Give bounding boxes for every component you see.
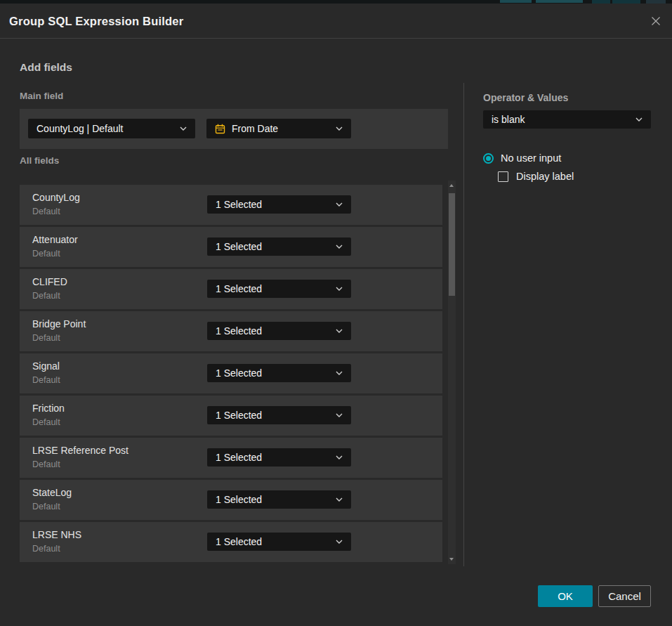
list-scrollbar[interactable] [448, 181, 456, 564]
selected-count: 1 Selected [216, 241, 262, 252]
chevron-down-icon [336, 126, 343, 131]
field-selected-dropdown[interactable]: 1 Selected [207, 490, 351, 509]
field-row: Bridge Point Default 1 Selected [20, 311, 442, 351]
field-selected-dropdown[interactable]: 1 Selected [207, 322, 351, 340]
field-name: StateLog [32, 487, 72, 498]
radio-label: No user input [501, 152, 561, 164]
chevron-down-icon [336, 287, 343, 291]
field-subtitle: Default [32, 544, 60, 554]
chevron-down-icon [180, 126, 187, 131]
all-fields-list: CountyLog Default 1 Selected Attenuator … [20, 185, 442, 564]
chevron-down-icon [336, 244, 343, 249]
group-sql-expression-builder-dialog: Group SQL Expression Builder Add fields … [0, 4, 672, 626]
field-row: LRSE NHS Default 1 Selected [20, 522, 442, 562]
field-subtitle: Default [32, 502, 60, 511]
calendar-icon [215, 124, 225, 134]
screen: Group SQL Expression Builder Add fields … [0, 0, 672, 626]
dialog-header: Group SQL Expression Builder [0, 4, 672, 39]
ok-button[interactable]: OK [538, 585, 593, 607]
field-selected-dropdown[interactable]: 1 Selected [207, 448, 351, 467]
field-row: Signal Default 1 Selected [20, 353, 442, 393]
chevron-down-icon [336, 371, 343, 375]
field-name: LRSE Reference Post [32, 445, 129, 456]
scrollbar-up-arrow-icon[interactable] [449, 184, 454, 187]
field-subtitle: Default [32, 291, 60, 301]
field-row: Friction Default 1 Selected [20, 396, 442, 436]
chevron-down-icon [336, 413, 343, 417]
field-subtitle: Default [32, 459, 60, 469]
field-row: CLIFED Default 1 Selected [20, 269, 442, 309]
field-select-value: From Date [232, 123, 278, 134]
checkbox-label: Display label [516, 171, 574, 182]
field-name: Signal [32, 360, 60, 372]
operator-select[interactable]: is blank [483, 110, 651, 129]
checkbox-unchecked-icon [498, 171, 508, 182]
field-subtitle: Default [32, 417, 60, 427]
field-name: LRSE NHS [32, 529, 81, 540]
field-subtitle: Default [32, 249, 60, 259]
field-subtitle: Default [32, 375, 60, 385]
field-subtitle: Default [32, 207, 60, 216]
scrollbar-thumb[interactable] [449, 193, 455, 296]
selected-count: 1 Selected [216, 367, 262, 379]
main-field-field-select[interactable]: From Date [206, 119, 351, 138]
chevron-down-icon [635, 117, 643, 122]
field-selected-dropdown[interactable]: 1 Selected [207, 533, 351, 551]
backdrop-fragment [500, 0, 532, 3]
dialog-title: Group SQL Expression Builder [9, 4, 183, 39]
main-field-label: Main field [20, 91, 63, 101]
field-selected-dropdown[interactable]: 1 Selected [207, 237, 351, 256]
field-name: Friction [32, 403, 65, 414]
display-label-checkbox[interactable]: Display label [498, 171, 574, 182]
layer-select-value: CountyLog | Default [37, 123, 124, 134]
field-name: Bridge Point [32, 318, 86, 330]
selected-count: 1 Selected [216, 536, 262, 547]
field-name: CLIFED [32, 276, 67, 287]
selected-count: 1 Selected [216, 283, 262, 294]
scrollbar-down-arrow-icon[interactable] [449, 558, 454, 561]
close-icon[interactable] [649, 14, 663, 28]
field-name: Attenuator [32, 234, 78, 245]
chevron-down-icon [336, 540, 343, 544]
backdrop-fragment [536, 0, 583, 3]
field-row: StateLog Default 1 Selected [20, 480, 442, 520]
selected-count: 1 Selected [216, 325, 262, 337]
chevron-down-icon [336, 497, 343, 502]
all-fields-label: All fields [20, 155, 59, 166]
cancel-button[interactable]: Cancel [598, 585, 651, 607]
section-heading-add-fields: Add fields [20, 61, 72, 74]
selected-count: 1 Selected [216, 494, 262, 505]
operator-values-label: Operator & Values [483, 92, 568, 103]
no-user-input-radio[interactable]: No user input [483, 152, 561, 164]
field-selected-dropdown[interactable]: 1 Selected [207, 280, 351, 298]
chevron-down-icon [336, 455, 343, 459]
panel-divider [463, 83, 464, 566]
selected-count: 1 Selected [216, 410, 262, 421]
chevron-down-icon [336, 329, 343, 333]
field-row: CountyLog Default 1 Selected [20, 185, 442, 225]
field-name: CountyLog [32, 192, 80, 203]
main-field-box: CountyLog | Default From Date [20, 109, 448, 149]
selected-count: 1 Selected [216, 199, 262, 210]
field-row: LRSE Reference Post Default 1 Selected [20, 438, 442, 478]
field-selected-dropdown[interactable]: 1 Selected [207, 406, 351, 424]
main-field-layer-select[interactable]: CountyLog | Default [28, 119, 195, 138]
chevron-down-icon [336, 202, 343, 207]
field-selected-dropdown[interactable]: 1 Selected [207, 195, 351, 214]
radio-selected-icon [483, 153, 494, 164]
field-row: Attenuator Default 1 Selected [20, 227, 442, 267]
field-subtitle: Default [32, 333, 60, 343]
operator-select-value: is blank [492, 114, 525, 125]
field-selected-dropdown[interactable]: 1 Selected [207, 364, 351, 382]
selected-count: 1 Selected [216, 452, 262, 463]
